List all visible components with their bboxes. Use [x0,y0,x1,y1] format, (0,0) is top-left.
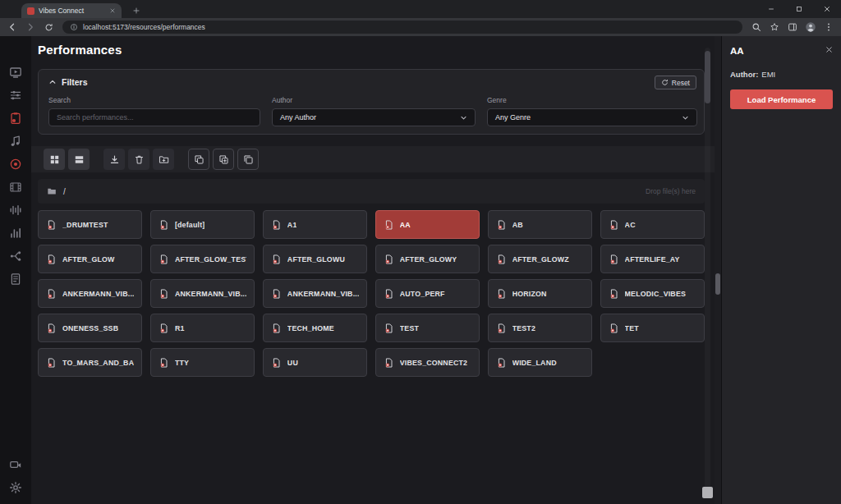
performance-card[interactable]: _DRUMTEST [38,210,142,239]
site-info-icon[interactable] [70,23,78,31]
performance-card-label: HORIZON [512,290,547,298]
performance-card[interactable]: HORIZON [488,279,592,308]
grid-view-button[interactable] [44,149,65,170]
minimize-icon [767,5,775,13]
search-input[interactable] [48,108,260,126]
media-monitor-icon[interactable] [9,66,22,79]
performance-card[interactable]: AFTER_GLOW [38,245,142,273]
performance-file-icon [159,323,169,334]
waveform-icon[interactable] [9,204,22,217]
performance-card[interactable]: AA [375,210,480,239]
performance-card[interactable]: AFTER_GLOW_TEST [150,245,255,273]
performance-file-icon [496,254,507,265]
live-session-icon[interactable] [9,158,22,171]
bookmark-star-icon[interactable] [766,20,783,34]
back-button[interactable] [4,20,21,34]
performance-card[interactable]: WIDE_LAND [488,348,592,377]
window-scrollbar[interactable] [715,36,721,504]
grid-icon [49,154,60,165]
duplicate-button[interactable] [213,149,234,170]
performance-card[interactable]: [default] [150,210,255,239]
list-view-button[interactable] [68,149,90,170]
performance-card[interactable]: AFTERLIFE_AY [600,245,705,273]
browser-tab[interactable]: Vibes Connect [21,3,122,18]
genre-select[interactable]: Any Genre [487,108,697,126]
performance-card-label: ANKERMANN_VIB... [175,290,246,298]
performance-card-label: R1 [175,324,185,332]
content-scrollbar-thumb[interactable] [705,51,710,103]
performance-card[interactable]: AFTER_GLOWU [263,245,367,273]
reload-button[interactable] [40,20,57,34]
side-panel-icon[interactable] [784,20,801,34]
performance-card[interactable]: R1 [150,314,255,342]
music-note-icon[interactable] [9,135,22,148]
document-icon[interactable] [9,273,22,286]
signal-flow-icon[interactable] [9,250,22,263]
performance-card-label: MELODIC_VIBES [625,290,686,298]
address-bar[interactable]: localhost:5173/resources/performances [62,21,742,34]
performance-file-icon [384,288,394,300]
camera-icon[interactable] [9,458,22,471]
maximize-icon [795,5,803,13]
performance-card-label: AA [400,221,411,229]
load-performance-button[interactable]: Load Performance [730,89,833,109]
performance-file-icon [159,288,169,300]
performance-card[interactable]: UU [263,348,367,377]
performance-file-icon [46,357,57,369]
performance-card[interactable]: A1 [263,210,367,239]
performance-card[interactable]: TEST2 [488,314,592,342]
scrollbar-corner[interactable] [702,487,713,498]
performance-card[interactable]: TO_MARS_AND_BA... [38,348,142,377]
filters-header[interactable]: Filters [48,77,88,87]
performance-card[interactable]: AC [600,210,705,239]
film-icon[interactable] [9,181,22,194]
minimize-button[interactable] [757,0,785,18]
profile-avatar[interactable] [802,20,819,34]
content-scrollbar[interactable] [705,48,710,496]
performance-card[interactable]: AB [488,210,592,239]
performance-card[interactable]: ANKERMANN_VIB... [263,279,367,308]
author-select[interactable]: Any Author [272,108,476,126]
performance-card-label: VIBES_CONNECT2 [400,359,467,367]
forward-button[interactable] [22,20,39,34]
performance-card[interactable]: ANKERMANN_VIB... [38,279,142,308]
performance-file-icon [384,323,394,334]
performance-card[interactable]: AUTO_PERF [375,279,480,308]
performance-card[interactable]: TTY [150,348,255,377]
tab-close-icon[interactable] [109,7,116,14]
performance-card-label: [default] [175,221,205,229]
settings-gear-icon[interactable] [9,481,22,494]
performance-card[interactable]: TECH_HOME [263,314,367,342]
maximize-button[interactable] [785,0,813,18]
performance-card[interactable]: TET [600,314,705,342]
breadcrumb-path[interactable]: / [63,187,66,196]
delete-button[interactable] [128,149,149,170]
reset-button[interactable]: Reset [655,76,696,89]
performance-card-label: WIDE_LAND [512,359,557,367]
stack-copy-button[interactable] [237,149,259,170]
performance-card[interactable]: AFTER_GLOWZ [488,245,592,273]
browser-menu-icon[interactable] [820,20,837,34]
performance-file-icon [384,254,394,265]
performance-file-icon [271,288,282,300]
performances-icon[interactable] [9,112,22,125]
new-folder-button[interactable] [153,149,174,170]
performance-card[interactable]: VIBES_CONNECT2 [375,348,480,377]
performance-card-label: AFTER_GLOW_TEST [175,255,246,263]
performance-file-icon [159,357,169,369]
performance-card[interactable]: MELODIC_VIBES [600,279,705,308]
performance-card[interactable]: TEST [375,314,480,342]
equalizer-icon[interactable] [9,227,22,240]
panel-close-button[interactable] [825,45,834,54]
copy-button[interactable] [188,149,209,170]
window-close-button[interactable] [813,0,841,18]
download-button[interactable] [103,149,125,170]
performance-card[interactable]: ANKERMANN_VIB... [150,279,255,308]
new-tab-button[interactable] [130,4,143,17]
window-controls [757,0,841,18]
window-scrollbar-thumb[interactable] [715,273,720,295]
performance-card[interactable]: AFTER_GLOWY [375,245,480,273]
mixer-sliders-icon[interactable] [9,89,22,102]
performance-card[interactable]: ONENESS_SSB [38,314,142,342]
zoom-icon[interactable] [748,20,765,34]
